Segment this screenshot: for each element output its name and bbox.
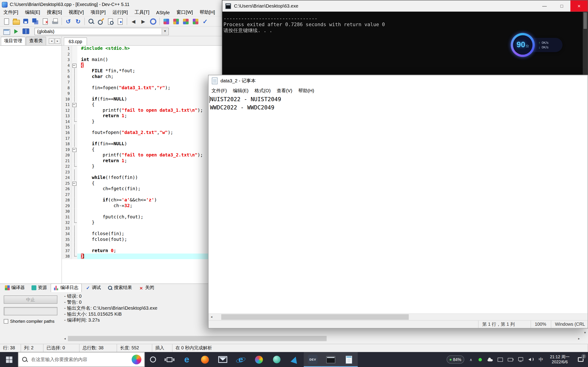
tray-battery-icon[interactable]	[507, 357, 514, 362]
maximize-button[interactable]: □	[553, 0, 570, 12]
speed-ball-widget[interactable]: ↑0K/s ↓0K/s 90 分	[511, 33, 563, 57]
tab-scroll-right-icon[interactable]: ▸	[55, 38, 60, 44]
hidden-icons-chevron-icon[interactable]: ∧	[469, 357, 472, 361]
devcpp-menu-item[interactable]: 编辑[E]	[22, 9, 43, 17]
rebuild-all-icon[interactable]	[190, 17, 200, 26]
search-highlights-icon[interactable]	[132, 355, 141, 364]
close-button[interactable]: ×	[570, 0, 588, 12]
devcpp-taskbar-icon[interactable]: DEV	[304, 352, 321, 367]
notepad-text-area[interactable]: NUIST2022 - NUIST2049 WWDC2022 - WWDC204…	[208, 95, 588, 313]
globals-combobox[interactable]: (globals) ▼	[35, 27, 169, 35]
devcpp-menu-item[interactable]: 项目[P]	[87, 9, 109, 17]
abort-button[interactable]: 中止	[4, 295, 57, 304]
notepad-hscroll-track[interactable]	[215, 314, 588, 320]
devcpp-menu-item[interactable]: 运行[R]	[109, 9, 131, 17]
notepad-menu-item[interactable]: 文件(F)	[208, 87, 230, 94]
tab-scroll-left-icon[interactable]: ◂	[49, 38, 54, 44]
tab-resources[interactable]: 资源	[28, 284, 50, 292]
scroll-down-icon[interactable]: ▾	[582, 329, 588, 336]
volume-icon[interactable]	[527, 357, 534, 362]
print-icon[interactable]	[50, 17, 60, 26]
notepad-menu-item[interactable]: 编辑(E)	[230, 87, 251, 94]
search-box[interactable]: 在这里输入你要搜索的内容	[18, 352, 145, 367]
console-vscrollbar[interactable]	[583, 12, 588, 75]
fold-marker[interactable]	[72, 147, 77, 152]
forward-icon[interactable]	[138, 17, 148, 26]
devcpp-menu-item[interactable]: AStyle	[153, 9, 173, 16]
notepad-taskbar-icon[interactable]	[340, 352, 358, 367]
devcpp-menu-item[interactable]: 窗口[W]	[173, 9, 196, 17]
undo-icon[interactable]	[63, 17, 73, 26]
back-icon[interactable]	[129, 17, 138, 26]
clock[interactable]: 21:12 周一 2022/6/6	[546, 355, 573, 364]
battery-percentage[interactable]: 84%	[447, 355, 464, 364]
save-all-icon[interactable]	[31, 17, 40, 26]
edge-icon[interactable]	[178, 352, 196, 367]
scroll-left-icon[interactable]: ◂	[208, 314, 215, 320]
minimize-button[interactable]: —	[536, 0, 553, 12]
compile-run-icon[interactable]	[181, 17, 190, 26]
close-file-icon[interactable]	[40, 17, 50, 26]
cortana-button[interactable]	[145, 352, 161, 367]
find-in-files-icon[interactable]	[106, 17, 115, 26]
ime-indicator[interactable]: 中	[537, 357, 544, 362]
run-icon[interactable]	[171, 17, 181, 26]
task-view-button[interactable]	[161, 352, 178, 367]
sidebar-tab-project[interactable]: 项目管理	[1, 37, 26, 45]
hscroll-track[interactable]	[68, 336, 576, 342]
devcpp-menu-item[interactable]: 搜索[S]	[43, 9, 65, 17]
replace-icon[interactable]	[96, 17, 106, 26]
debug-icon[interactable]	[200, 17, 210, 26]
save-icon[interactable]	[21, 17, 31, 26]
open-file-icon[interactable]	[11, 17, 21, 26]
devcpp-menu-item[interactable]: 视图[V]	[65, 9, 87, 17]
new-file-icon[interactable]	[2, 17, 11, 26]
start-button[interactable]	[0, 352, 18, 367]
tray-mail-icon[interactable]	[497, 357, 504, 362]
mail-icon[interactable]	[214, 352, 232, 367]
tab-compile-log[interactable]: 编译日志	[51, 284, 82, 292]
notepad-hscroll-thumb[interactable]	[221, 314, 409, 320]
shorten-paths-checkbox[interactable]	[4, 319, 8, 324]
fold-marker[interactable]	[72, 63, 77, 68]
chevron-down-icon[interactable]: ▼	[162, 28, 168, 34]
tab-close[interactable]: 关闭	[136, 284, 157, 292]
console-taskbar-icon[interactable]	[322, 352, 340, 367]
teal-app-icon[interactable]	[268, 352, 286, 367]
notepad-menu-item[interactable]: 查看(V)	[274, 87, 295, 94]
fold-marker[interactable]	[72, 102, 77, 107]
open-project-icon[interactable]	[2, 27, 11, 36]
console-titlebar[interactable]: C:\Users\Brian\Desktop\63.exe — □ ×	[222, 0, 588, 12]
goto-definition-icon[interactable]	[11, 27, 21, 36]
redo-icon[interactable]	[73, 17, 83, 26]
fold-marker[interactable]	[72, 181, 77, 186]
scroll-left-icon[interactable]: ◂	[62, 336, 68, 342]
cloud-icon[interactable]	[487, 357, 493, 362]
devcpp-menu-item[interactable]: 帮助[H]	[196, 9, 218, 17]
tab-search-results[interactable]: 搜索结果	[105, 284, 135, 292]
notepad-menu-item[interactable]: 格式(O)	[251, 87, 274, 94]
scroll-right-icon[interactable]: ▸	[576, 336, 582, 342]
devcpp-menu-item[interactable]: 文件[F]	[0, 9, 22, 17]
find-icon[interactable]	[86, 17, 96, 26]
hscroll-thumb[interactable]	[68, 336, 327, 341]
sidebar-tab-classes[interactable]: 查看类	[26, 37, 46, 45]
compile-icon[interactable]	[161, 17, 171, 26]
notepad-titlebar[interactable]: data3_2 - 记事本	[208, 75, 588, 86]
class-browser-icon[interactable]	[21, 27, 31, 36]
tab-63cpp[interactable]: 63.cpp	[64, 37, 87, 45]
notepad-hscrollbar[interactable]: ◂	[208, 314, 588, 320]
action-center-button[interactable]: 2	[573, 352, 588, 367]
tab-debug[interactable]: 调试	[82, 284, 104, 292]
network-icon[interactable]	[517, 357, 524, 362]
kite-app-icon[interactable]	[286, 352, 304, 367]
notepad-menu-item[interactable]: 帮助(H)	[295, 87, 317, 94]
devcpp-menu-item[interactable]: 工具[T]	[131, 9, 153, 17]
orange-app-icon[interactable]	[196, 352, 214, 367]
colorful-app-icon[interactable]	[250, 352, 268, 367]
editor-hscrollbar[interactable]: ◂ ▸	[62, 336, 582, 342]
ie-icon[interactable]	[232, 352, 250, 367]
goto-line-icon[interactable]	[115, 17, 125, 26]
tab-compiler[interactable]: 编译器	[2, 284, 28, 292]
score-ring-icon[interactable]: 90 分	[511, 33, 535, 57]
